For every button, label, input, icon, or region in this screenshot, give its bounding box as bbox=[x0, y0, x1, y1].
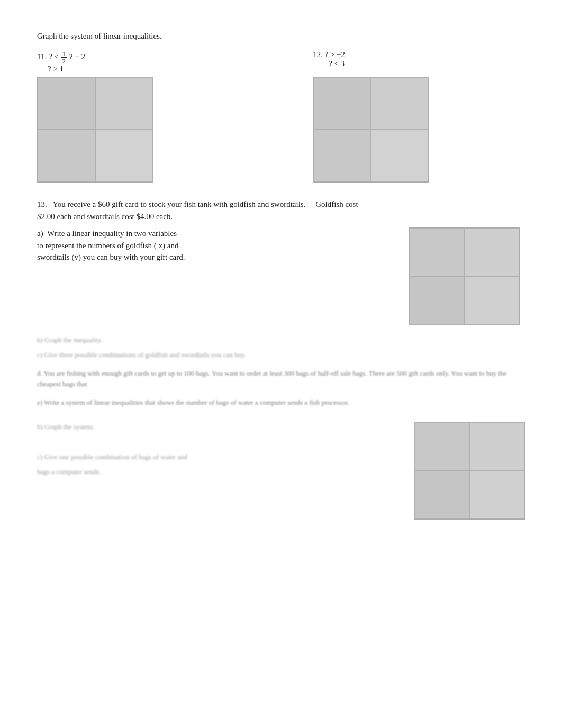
problem-12-line2: ? ≤ 3 bbox=[329, 59, 345, 68]
problem-11-fraction: 1 2 bbox=[61, 50, 67, 65]
problem-13-right bbox=[409, 228, 525, 325]
blurred-answer2: bags a computer sends. bbox=[37, 467, 393, 477]
fraction-denominator: 2 bbox=[61, 58, 67, 65]
graph-cell bbox=[371, 130, 429, 182]
bottom-left: b) Graph the system. c) Give one possibl… bbox=[37, 422, 393, 520]
graph-cell bbox=[38, 130, 95, 182]
graph-cell bbox=[371, 77, 429, 130]
fraction-numerator: 1 bbox=[61, 50, 67, 58]
page-title: Graph the system of linear inequalities. bbox=[37, 32, 525, 41]
problem-13-detail: $2.00 each and swordtails cost $4.00 eac… bbox=[37, 212, 173, 221]
problem-13-header-text: You receive a $60 gift card to stock you… bbox=[52, 200, 305, 208]
graph-cell bbox=[469, 470, 524, 519]
graph-cell bbox=[409, 228, 464, 277]
problem-11-header: 11. ? < 1 2 ? − 2 ? ≥ 1 bbox=[37, 50, 249, 74]
problem-12-num: 12. bbox=[313, 50, 323, 59]
problem-11-line1: ? < bbox=[49, 52, 61, 61]
blurred-graph-label: b) Graph the system. bbox=[37, 422, 393, 432]
graph-cell bbox=[38, 77, 95, 130]
blurred-c-label: c) Give three possible combinations of g… bbox=[37, 350, 525, 360]
problem-11-line2: ? ≥ 1 bbox=[48, 65, 64, 73]
bottom-right bbox=[409, 422, 525, 520]
problem-12-graph bbox=[313, 77, 429, 183]
graph-cell bbox=[95, 130, 153, 182]
graph-cell bbox=[313, 77, 371, 130]
problem-13-num: 13. bbox=[37, 200, 47, 208]
problems-row: 11. ? < 1 2 ? − 2 ? ≥ 1 12. ? ≥ −2 ? ≤ 3 bbox=[37, 50, 525, 183]
graph-cell bbox=[414, 422, 469, 471]
part-a-text: a) Write a linear inequality in two vari… bbox=[37, 228, 393, 263]
problem-13-row: a) Write a linear inequality in two vari… bbox=[37, 228, 525, 325]
graph-cell bbox=[464, 277, 519, 325]
problem-13-left: a) Write a linear inequality in two vari… bbox=[37, 228, 393, 267]
blurred-e-text: e) Write a system of linear inequalities… bbox=[37, 397, 525, 408]
blurred-part-e-section: e) Write a system of linear inequalities… bbox=[37, 397, 525, 412]
graph-cell bbox=[313, 130, 371, 182]
problem-13-header: 13. You receive a $60 gift card to stock… bbox=[37, 198, 525, 222]
problem-13-section: 13. You receive a $60 gift card to stock… bbox=[37, 198, 525, 520]
problem-13-graph bbox=[409, 228, 520, 325]
problem-11-graph bbox=[37, 77, 153, 183]
graph-cell bbox=[409, 277, 464, 325]
graph-cell bbox=[469, 422, 524, 471]
problem-12-line1: ? ≥ −2 bbox=[325, 50, 345, 59]
graph-cell bbox=[95, 77, 153, 130]
blurred-b-label: b) Graph the inequality. bbox=[37, 335, 525, 345]
problem-11-col: 11. ? < 1 2 ? − 2 ? ≥ 1 bbox=[37, 50, 249, 183]
problem-12-header: 12. ? ≥ −2 ? ≤ 3 bbox=[313, 50, 525, 74]
part-a-label: a) bbox=[37, 229, 43, 238]
bottom-graph bbox=[414, 422, 525, 520]
problem-11-line1b: ? − 2 bbox=[69, 52, 85, 61]
blurred-answer1: c) Give one possible combination of bags… bbox=[37, 452, 393, 462]
goldfish-cost-label: Goldfish cost bbox=[315, 200, 358, 208]
problem-12-col: 12. ? ≥ −2 ? ≤ 3 bbox=[313, 50, 525, 183]
blurred-14-text: d. You are fishing with enough gift card… bbox=[37, 368, 525, 389]
graph-cell bbox=[414, 470, 469, 519]
problem-11-num: 11. bbox=[37, 52, 47, 61]
blurred-section-b: b) Graph the inequality. c) Give three p… bbox=[37, 335, 525, 360]
graph-cell bbox=[464, 228, 519, 277]
blurred-problem-14: d. You are fishing with enough gift card… bbox=[37, 368, 525, 389]
bottom-section: b) Graph the system. c) Give one possibl… bbox=[37, 422, 525, 520]
